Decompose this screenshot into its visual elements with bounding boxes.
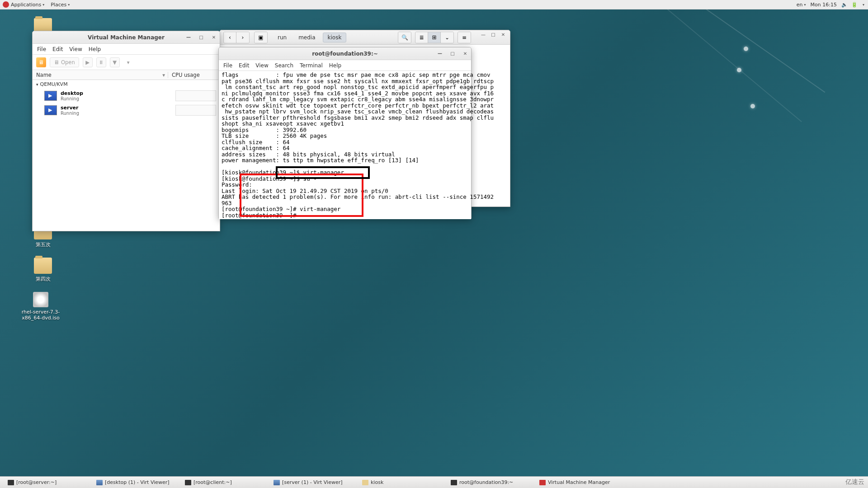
- menu-search[interactable]: Search: [275, 62, 293, 69]
- iso-file[interactable]: rhel-server-7.3-x86_64-dvd.iso: [14, 292, 68, 321]
- battery-icon[interactable]: 🔋: [851, 2, 857, 7]
- pin-icon: ▣: [255, 32, 267, 43]
- taskbar-label: root@foundation39:~: [459, 479, 513, 485]
- menu-view[interactable]: View: [255, 62, 268, 69]
- language-label: en: [797, 2, 803, 8]
- menu-view[interactable]: View: [69, 46, 82, 52]
- col-name[interactable]: Name ▾: [33, 72, 168, 78]
- minimize-button[interactable]: —: [480, 32, 486, 38]
- menu-edit[interactable]: Edit: [239, 62, 249, 69]
- taskbar-item[interactable]: kiosk: [357, 478, 444, 487]
- taskbar-item[interactable]: [root@server:~]: [3, 478, 90, 487]
- chevron-down-icon[interactable]: ▾: [863, 3, 864, 7]
- view-list-button[interactable]: ≣: [415, 32, 428, 43]
- applications-menu[interactable]: Applications ▾: [3, 1, 44, 8]
- toolbar-chevron: ▾: [123, 57, 133, 67]
- taskbar-label: [desktop (1) - Virt Viewer]: [105, 479, 170, 485]
- window-title: Virtual Machine Manager: [88, 34, 165, 41]
- desktop-icon-label: 第四次: [23, 276, 63, 282]
- search-button[interactable]: 🔍: [398, 32, 411, 43]
- open-label: Open: [61, 59, 75, 66]
- close-button[interactable]: ✕: [462, 51, 468, 57]
- task-app-icon: [8, 480, 14, 485]
- folder-fourth[interactable]: 第四次: [23, 258, 63, 282]
- desktop-icon-label: 第五次: [23, 241, 63, 248]
- menu-terminal[interactable]: Terminal: [300, 62, 323, 69]
- view-options-chevron[interactable]: ⌄: [441, 32, 453, 43]
- forward-button[interactable]: ›: [236, 32, 249, 43]
- maximize-button[interactable]: □: [449, 51, 456, 57]
- vm-group-label: QEMU/KVM: [40, 81, 68, 87]
- minimize-button[interactable]: —: [185, 34, 192, 41]
- maximize-button[interactable]: □: [490, 32, 496, 38]
- vmm-toolbar: 🖥 🖥Open ▶ ⏸ ▼ ▾: [33, 55, 220, 70]
- taskbar-item[interactable]: [desktop (1) - Virt Viewer]: [91, 478, 178, 487]
- new-vm-button[interactable]: 🖥: [36, 57, 46, 67]
- vmm-titlebar[interactable]: Virtual Machine Manager — □ ✕: [33, 31, 220, 44]
- col-cpu[interactable]: CPU usage: [168, 72, 220, 78]
- applications-label: Applications: [11, 2, 41, 8]
- menu-help[interactable]: Help: [329, 62, 341, 69]
- nav-back-forward: ‹ ›: [223, 32, 250, 43]
- watermark: 亿速云: [845, 478, 864, 486]
- language-indicator[interactable]: en ▾: [797, 2, 806, 8]
- shutdown-button: ▼: [110, 57, 120, 67]
- taskbar-label: [root@server:~]: [16, 479, 57, 485]
- menu-file[interactable]: File: [223, 62, 232, 69]
- taskbar: [root@server:~][desktop (1) - Virt Viewe…: [0, 476, 868, 488]
- menu-file[interactable]: File: [37, 46, 46, 52]
- disc-icon: [33, 292, 48, 307]
- menu-help[interactable]: Help: [89, 46, 101, 52]
- chevron-down-icon: ▾: [42, 3, 44, 7]
- vm-row[interactable]: serverRunning: [33, 103, 220, 117]
- places-label: Places: [51, 2, 66, 8]
- taskbar-label: [root@client:~]: [193, 479, 232, 485]
- chevron-down-icon: ▾: [36, 82, 38, 87]
- chevron-down-icon: ▾: [68, 3, 70, 7]
- taskbar-item[interactable]: Virtual Machine Manager: [534, 478, 621, 487]
- terminal-titlebar[interactable]: root@foundation39:~ — □ ✕: [219, 47, 471, 60]
- task-app-icon: [185, 480, 191, 485]
- vm-name: desktop: [61, 90, 174, 96]
- vm-name: server: [61, 105, 174, 111]
- taskbar-label: [server (1) - Virt Viewer]: [282, 479, 343, 485]
- task-app-icon: [274, 480, 280, 485]
- vm-connection-group[interactable]: ▾ QEMU/KVM: [33, 80, 220, 89]
- crumb-media[interactable]: media: [294, 33, 320, 42]
- crumb-kiosk[interactable]: kiosk: [323, 33, 347, 42]
- hamburger-menu[interactable]: ≡: [458, 32, 471, 43]
- cpu-graph: [175, 90, 216, 101]
- desktop-icon-label: rhel-server-7.3-x86_64-dvd.iso: [14, 309, 68, 321]
- clock-label: Mon 16:15: [811, 2, 837, 8]
- places-menu[interactable]: Places ▾: [51, 2, 70, 8]
- monitor-icon: 🖥: [54, 59, 59, 66]
- back-button[interactable]: ‹: [224, 32, 236, 43]
- maximize-button[interactable]: □: [198, 34, 204, 41]
- terminal-content[interactable]: flags : fpu vme de pse tsc msr pae mce c…: [219, 71, 471, 219]
- task-app-icon: [451, 480, 457, 485]
- taskbar-item[interactable]: [root@client:~]: [180, 478, 267, 487]
- task-app-icon: [539, 480, 546, 485]
- close-button[interactable]: ✕: [500, 32, 506, 38]
- vm-state: Running: [61, 96, 174, 101]
- virt-manager-window: Virtual Machine Manager — □ ✕ File Edit …: [32, 31, 220, 231]
- crumb-run[interactable]: run: [273, 33, 291, 42]
- taskbar-item[interactable]: [server (1) - Virt Viewer]: [269, 478, 355, 487]
- taskbar-label: Virtual Machine Manager: [548, 479, 610, 485]
- nautilus-header: ‹ › ▣ run media kiosk 🔍 ≣ ⊞ ⌄ ≡ — □ ✕: [220, 30, 510, 45]
- vmm-body: ▾ QEMU/KVM desktopRunningserverRunning: [33, 80, 220, 231]
- menu-edit[interactable]: Edit: [52, 46, 63, 52]
- taskbar-item[interactable]: root@foundation39:~: [446, 478, 533, 487]
- terminal-menubar: File Edit View Search Terminal Help: [219, 60, 471, 71]
- chevron-down-icon: ▾: [162, 72, 168, 78]
- volume-icon[interactable]: 🔈: [841, 2, 847, 7]
- close-button[interactable]: ✕: [211, 34, 217, 41]
- cpu-graph: [175, 105, 216, 116]
- view-grid-button[interactable]: ⊞: [428, 32, 441, 43]
- path-pin[interactable]: ▣: [254, 32, 268, 43]
- breadcrumb: run media kiosk: [273, 33, 346, 42]
- clock[interactable]: Mon 16:15: [811, 2, 837, 8]
- vm-row[interactable]: desktopRunning: [33, 89, 220, 103]
- gnome-icon: [3, 1, 9, 8]
- minimize-button[interactable]: —: [437, 51, 443, 57]
